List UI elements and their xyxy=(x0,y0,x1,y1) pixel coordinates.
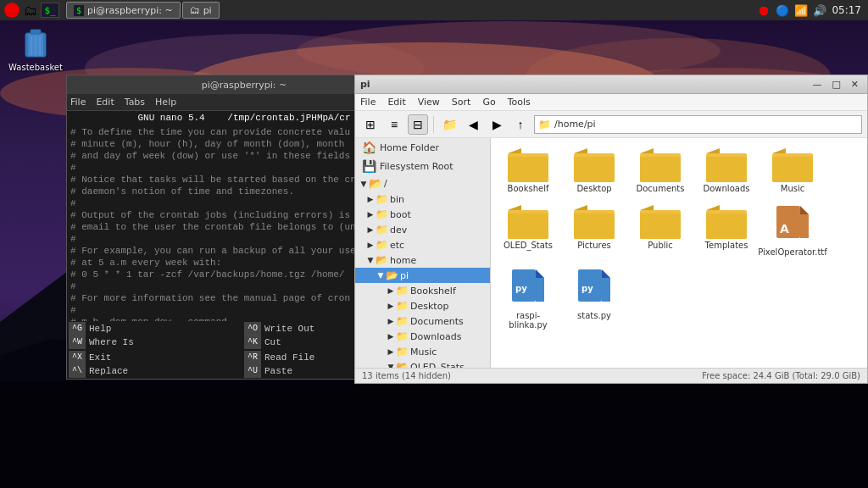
fm-tree-desktop[interactable]: ▶ 📁 Desktop xyxy=(355,298,490,313)
nano-shortcut-replace: ^\Replace xyxy=(69,364,244,378)
fm-tree-bin[interactable]: ▶ 📁 bin xyxy=(355,191,490,207)
fm-tree-music[interactable]: ▶ 📁 Music xyxy=(355,344,490,359)
rpi-menu-button[interactable] xyxy=(3,2,20,19)
taskbar-left: 🗂 $_ xyxy=(0,2,63,19)
svg-rect-44 xyxy=(800,214,809,238)
svg-text:py: py xyxy=(515,284,527,293)
fm-item-pixeloperator[interactable]: A PixelOperator.ttf xyxy=(762,202,823,260)
fm-toolbar-list-view[interactable]: ≡ xyxy=(384,114,404,135)
desktop-icons: Wastebasket xyxy=(8,25,63,80)
wastebasket-icon[interactable]: Wastebasket xyxy=(8,25,63,72)
fm-tree-oled[interactable]: ▼ 📂 OLED_Stats xyxy=(355,359,490,368)
fm-item-raspi-blinka[interactable]: py raspi-blinka.py xyxy=(498,265,559,333)
fm-item-documents[interactable]: Documents xyxy=(630,145,691,197)
svg-rect-26 xyxy=(706,157,747,182)
svg-rect-17 xyxy=(508,157,548,182)
fm-item-oled-stats[interactable]: OLED_Stats xyxy=(498,202,559,260)
fm-toolbar-up[interactable]: ↑ xyxy=(510,114,531,135)
file-manager-window: pi — □ ✕ File Edit View Sort Go Tools ⊞ … xyxy=(354,75,868,384)
fm-tree-etc[interactable]: ▶ 📁 etc xyxy=(355,237,490,252)
svg-marker-47 xyxy=(536,269,544,278)
fm-body: 🏠 Home Folder 💾 Filesystem Root ▼ 📂 / ▶ … xyxy=(355,138,867,368)
fm-item-downloads[interactable]: Downloads xyxy=(696,145,757,197)
nano-menu-help[interactable]: Help xyxy=(155,97,176,108)
svg-marker-36 xyxy=(640,205,654,210)
fm-item-bookshelf[interactable]: Bookshelf xyxy=(498,145,559,197)
fm-toolbar-back[interactable]: ◀ xyxy=(463,114,483,135)
fm-titlebar[interactable]: pi — □ ✕ xyxy=(355,75,867,94)
taskbar-apps: $ pi@raspberrypi: ~ 🗂 pi xyxy=(66,2,220,19)
svg-marker-24 xyxy=(706,148,720,153)
svg-text:A: A xyxy=(780,222,789,236)
svg-marker-43 xyxy=(800,206,809,214)
fm-item-desktop[interactable]: Desktop xyxy=(564,145,625,197)
svg-text:py: py xyxy=(581,284,593,293)
fm-menu-tools[interactable]: Tools xyxy=(508,97,531,108)
fm-tree-pi[interactable]: ▼ 📂 pi xyxy=(355,268,490,283)
volume-icon[interactable]: 🔊 xyxy=(813,3,826,17)
fm-file-icon-py: py xyxy=(511,269,545,309)
fm-menubar: File Edit View Sort Go Tools xyxy=(355,94,867,111)
fm-bookmark-home[interactable]: 🏠 Home Folder xyxy=(355,138,490,157)
fm-tree-home[interactable]: ▼ 📂 home xyxy=(355,252,490,268)
svg-rect-29 xyxy=(772,157,813,182)
fm-title: pi xyxy=(360,79,370,90)
svg-rect-35 xyxy=(574,214,615,239)
fm-menu-view[interactable]: View xyxy=(418,97,440,108)
nano-menu-edit[interactable]: Edit xyxy=(96,97,114,108)
nano-shortcut-exit: ^XExit xyxy=(69,351,244,364)
nano-title: pi@raspberrypi: ~ xyxy=(202,80,287,91)
svg-marker-51 xyxy=(602,269,610,278)
fm-toolbar-new-folder[interactable]: 📁 xyxy=(439,114,459,135)
fm-menu-file[interactable]: File xyxy=(360,97,376,108)
fm-tree-boot[interactable]: ▶ 📁 boot xyxy=(355,207,490,222)
fm-location-bar[interactable]: 📁 /home/pi xyxy=(534,115,862,134)
taskbar: 🗂 $_ $ pi@raspberrypi: ~ 🗂 pi ⏺ 🔵 📶 🔊 xyxy=(0,0,868,20)
nano-menu-file[interactable]: File xyxy=(70,97,86,108)
fm-menu-sort[interactable]: Sort xyxy=(452,97,471,108)
fm-tree-dev[interactable]: ▶ 📁 dev xyxy=(355,222,490,237)
fm-tree-documents[interactable]: ▶ 📁 Documents xyxy=(355,313,490,329)
svg-rect-20 xyxy=(574,157,615,182)
fm-bookmark-filesystem[interactable]: 💾 Filesystem Root xyxy=(355,157,490,175)
fm-menu-edit[interactable]: Edit xyxy=(387,97,405,108)
fm-menu-go[interactable]: Go xyxy=(482,97,495,108)
record-icon[interactable]: ⏺ xyxy=(757,3,771,17)
fm-tree-downloads[interactable]: ▶ 📁 Downloads xyxy=(355,329,490,344)
fm-item-pictures[interactable]: Pictures xyxy=(564,202,625,260)
fm-win-ctrl-1[interactable]: — xyxy=(809,79,825,90)
fm-main-content: Bookshelf Desktop xyxy=(491,138,867,368)
wifi-icon[interactable]: 📶 xyxy=(794,3,808,17)
files-icon-button[interactable]: 🗂 xyxy=(22,2,39,19)
svg-rect-38 xyxy=(640,214,681,239)
terminal-icon-button[interactable]: $_ xyxy=(41,3,59,18)
fm-tree-root[interactable]: ▼ 📂 / xyxy=(355,175,490,191)
taskbar-app-files[interactable]: 🗂 pi xyxy=(182,2,220,19)
fm-win-ctrl-2[interactable]: □ xyxy=(828,79,843,90)
bluetooth-icon[interactable]: 🔵 xyxy=(776,3,789,17)
taskbar-app-terminal[interactable]: $ pi@raspberrypi: ~ xyxy=(66,2,181,19)
fm-item-public[interactable]: Public xyxy=(630,202,691,260)
svg-marker-27 xyxy=(772,148,786,153)
nano-menu-tabs[interactable]: Tabs xyxy=(125,97,145,108)
svg-rect-41 xyxy=(706,214,747,239)
fm-file-icon-ttf: A xyxy=(776,205,810,246)
fm-tree-bookshelf[interactable]: ▶ 📁 Bookshelf xyxy=(355,283,490,298)
taskbar-right: ⏺ 🔵 📶 🔊 05:17 xyxy=(757,3,868,17)
fm-item-templates[interactable]: Templates xyxy=(696,202,757,260)
fm-icon-grid: Bookshelf Desktop xyxy=(498,145,860,333)
fm-toolbar-grid-view[interactable]: ⊟ xyxy=(408,114,428,135)
svg-marker-39 xyxy=(706,205,720,210)
svg-rect-48 xyxy=(536,278,544,302)
svg-marker-21 xyxy=(640,148,654,153)
desktop: 🗂 $_ $ pi@raspberrypi: ~ 🗂 pi ⏺ 🔵 📶 🔊 xyxy=(0,0,868,488)
fm-win-ctrl-3[interactable]: ✕ xyxy=(848,79,862,90)
fm-toolbar-icon-view[interactable]: ⊞ xyxy=(360,114,381,135)
fm-item-stats-py[interactable]: py stats.py xyxy=(564,265,625,333)
fm-status-space: Free space: 24.4 GiB (Total: 29.0 GiB) xyxy=(702,371,860,380)
fm-toolbar-forward[interactable]: ▶ xyxy=(487,114,507,135)
fm-item-music[interactable]: Music xyxy=(762,145,823,197)
fm-toolbar: ⊞ ≡ ⊟ 📁 ◀ ▶ ↑ 📁 /home/pi xyxy=(355,111,867,138)
clock: 05:17 xyxy=(832,4,861,16)
svg-rect-52 xyxy=(602,278,610,302)
